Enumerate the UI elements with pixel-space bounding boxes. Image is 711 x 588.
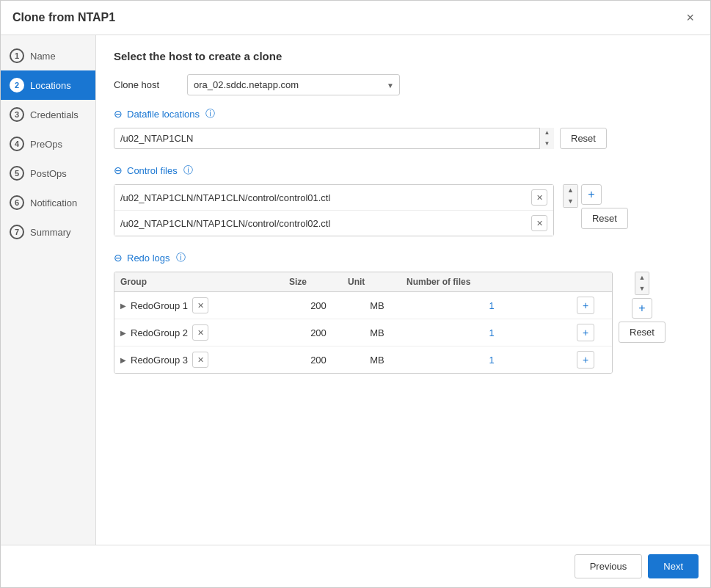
sidebar-item-preops[interactable]: 4 PreOps [1,129,95,159]
expand-icon-3[interactable]: ▶ [120,356,126,364]
redo-row-1: ▶ RedoGroup 1 ✕ 200 MB 1 + [114,292,612,319]
control-file-add-button[interactable]: + [581,184,602,205]
expand-icon-1[interactable]: ▶ [120,302,126,310]
redo-right-controls: ▲ ▼ + Reset [619,272,666,343]
col-header-files: Number of files [406,277,577,287]
control-files-info-icon[interactable]: ⓘ [183,164,193,177]
expand-icon-2[interactable]: ▶ [120,329,126,337]
redo-logs-header[interactable]: ⊖ Redo logs ⓘ [114,251,693,264]
cf-scroll-group: ▲ ▼ [563,184,578,208]
control-file-row-2: ✕ [114,211,553,236]
col-header-action [577,277,606,287]
sidebar-item-notification[interactable]: 6 Notification [1,188,95,217]
step-num-2: 2 [10,78,24,92]
sidebar-label-notification: Notification [30,197,77,208]
control-file-remove-2[interactable]: ✕ [531,215,547,231]
dialog-body: 1 Name 2 Locations 3 Credentials 4 PreOp… [1,35,710,545]
control-files-wrapper: ✕ ✕ ▲ ▼ [114,184,693,236]
redo-logs-section: ⊖ Redo logs ⓘ Group Size Unit Number of … [114,251,693,374]
redo-table-wrapper: Group Size Unit Number of files ▶ RedoGr… [114,272,693,374]
datafile-location-input[interactable] [114,128,554,149]
redo-unit-2: MB [348,327,406,338]
datafile-scroll-down[interactable]: ▼ [540,139,554,150]
redo-group-label-1: RedoGroup 1 [131,300,188,311]
redo-row-3: ▶ RedoGroup 3 ✕ 200 MB 1 + [114,346,612,373]
col-header-group: Group [120,277,289,287]
cf-add-reset: + Reset [581,184,628,229]
redo-files-1[interactable]: 1 [406,300,577,311]
datafile-location-wrapper: ▲ ▼ Reset [114,128,693,149]
control-files-right-controls: ▲ ▼ + Reset [563,184,628,229]
sidebar-item-credentials[interactable]: 3 Credentials [1,100,95,129]
datafile-section-header[interactable]: ⊖ Datafile locations ⓘ [114,107,693,120]
redo-size-1: 200 [289,300,348,311]
clone-host-select[interactable]: ora_02.sddc.netapp.com [187,74,400,95]
redo-group-label-2: RedoGroup 2 [131,327,188,338]
redo-add-group-button[interactable]: + [632,298,652,319]
sidebar-item-summary[interactable]: 7 Summary [1,217,95,247]
datafile-reset-button[interactable]: Reset [560,128,607,149]
cf-scroll-down[interactable]: ▼ [564,196,577,207]
redo-logs-title: Redo logs [127,253,170,264]
page-title: Select the host to create a clone [114,50,693,62]
redo-scroll-btns: ▲ ▼ [635,272,650,295]
redo-logs-reset-button[interactable]: Reset [619,322,666,343]
sidebar-item-postops[interactable]: 5 PostOps [1,159,95,188]
next-button[interactable]: Next [648,554,699,578]
redo-scroll-up[interactable]: ▲ [635,272,649,283]
dialog-header: Clone from NTAP1 × [1,1,710,35]
redo-add-2[interactable]: + [577,324,594,341]
datafile-scroll-arrows: ▲ ▼ [539,128,554,149]
control-files-section: ⊖ Control files ⓘ ✕ ✕ [114,164,693,236]
redo-unit-3: MB [348,355,406,366]
redo-files-3[interactable]: 1 [406,355,577,366]
step-num-4: 4 [10,137,24,151]
redo-table: Group Size Unit Number of files ▶ RedoGr… [114,272,613,374]
redo-add-3[interactable]: + [577,351,594,369]
close-button[interactable]: × [682,10,699,26]
redo-remove-1[interactable]: ✕ [192,297,208,313]
control-files-header[interactable]: ⊖ Control files ⓘ [114,164,693,177]
step-num-7: 7 [10,225,24,239]
redo-logs-info-icon[interactable]: ⓘ [176,251,186,264]
redo-size-2: 200 [289,327,348,338]
datafile-scroll-up[interactable]: ▲ [540,128,554,139]
sidebar-label-summary: Summary [30,227,71,238]
redo-remove-3[interactable]: ✕ [192,352,208,368]
sidebar-item-name[interactable]: 1 Name [1,41,95,70]
datafile-info-icon[interactable]: ⓘ [205,107,215,120]
main-content: Select the host to create a clone Clone … [96,35,710,545]
cf-scroll-up[interactable]: ▲ [564,185,577,196]
control-files-reset-button[interactable]: Reset [581,208,628,229]
redo-files-2[interactable]: 1 [406,327,577,338]
clone-host-select-wrapper: ora_02.sddc.netapp.com ▼ [187,74,400,95]
redo-group-3: ▶ RedoGroup 3 ✕ [120,352,289,368]
cf-add-scroll: ▲ ▼ + Reset [563,184,628,229]
datafile-input-box: ▲ ▼ [114,128,554,149]
control-file-input-1[interactable] [120,192,527,203]
redo-table-header: Group Size Unit Number of files [114,272,612,292]
control-file-remove-1[interactable]: ✕ [531,189,547,206]
control-file-input-2[interactable] [120,218,527,229]
redo-add-1[interactable]: + [577,297,594,314]
redo-row-2: ▶ RedoGroup 2 ✕ 200 MB 1 + [114,319,612,346]
col-header-unit: Unit [348,277,406,287]
redo-remove-2[interactable]: ✕ [192,324,208,341]
col-header-size: Size [289,277,348,287]
datafile-section-title: Datafile locations [127,109,200,120]
clone-dialog: Clone from NTAP1 × 1 Name 2 Locations 3 … [0,0,711,588]
sidebar-item-locations[interactable]: 2 Locations [1,70,95,100]
clone-host-row: Clone host ora_02.sddc.netapp.com ▼ [114,74,693,95]
clone-host-label: Clone host [114,79,187,90]
redo-group-1: ▶ RedoGroup 1 ✕ [120,297,289,313]
control-file-row-1: ✕ [114,185,553,211]
sidebar-label-preops: PreOps [30,139,62,150]
control-files-list: ✕ ✕ [114,184,554,236]
previous-button[interactable]: Previous [575,554,643,578]
control-files-chevron-icon: ⊖ [114,164,123,176]
redo-logs-chevron-icon: ⊖ [114,252,123,264]
redo-unit-1: MB [348,300,406,311]
step-num-1: 1 [10,48,24,63]
redo-scroll-down[interactable]: ▼ [635,283,649,294]
step-num-6: 6 [10,195,24,210]
